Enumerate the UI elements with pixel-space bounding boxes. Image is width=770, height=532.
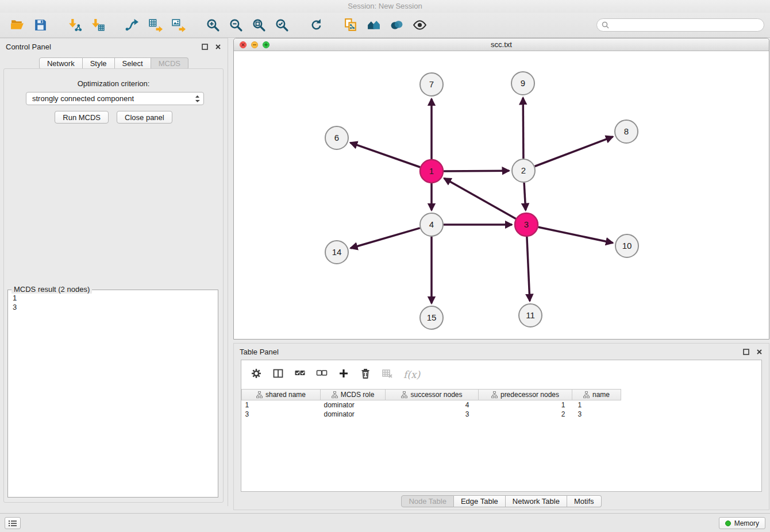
task-history-button[interactable] [5,517,21,529]
column-header-MCDS-role[interactable]: MCDS role [321,390,386,400]
search-box[interactable] [596,18,764,32]
table-cell[interactable]: 4 [386,400,479,410]
graph-node-10[interactable]: 10 [615,234,638,257]
table-toolbar: f(x) [241,360,761,389]
graph-node-9[interactable]: 9 [511,72,534,95]
column-header-name[interactable]: name [572,390,621,400]
search-input[interactable] [613,21,759,29]
export-image-button[interactable] [167,16,190,35]
apply-layout-button[interactable] [362,16,385,35]
houses-icon [367,18,381,32]
graph-node-14[interactable]: 14 [325,241,348,264]
graph-node-4[interactable]: 4 [420,213,443,236]
graph-node-2[interactable]: 2 [512,159,535,182]
graph-node-3[interactable]: 3 [515,213,538,236]
table-cell[interactable]: 1 [479,400,572,410]
memory-status-icon [725,521,731,526]
tab-network-table[interactable]: Network Table [506,495,567,507]
export-table-button[interactable] [144,16,167,35]
graph-edge-1-2[interactable] [444,171,509,171]
select-all-icon [294,368,306,379]
visual-style-button[interactable] [385,16,408,35]
attribute-icon [256,391,263,398]
table-cell[interactable]: 1 [242,400,321,410]
float-table-panel-button[interactable] [742,348,750,356]
delete-column-button[interactable] [360,368,371,381]
tab-mcds[interactable]: MCDS [151,57,188,70]
import-table-button[interactable] [86,16,109,35]
toggle-graphics-button[interactable] [408,16,431,35]
close-window-button[interactable] [240,41,247,48]
close-table-panel-button[interactable] [755,348,763,356]
graph-edge-3-11[interactable] [527,237,530,301]
close-panel-button[interactable]: Close panel [117,111,172,124]
table-cell[interactable]: dominator [321,400,386,410]
import-network-button[interactable] [63,16,86,35]
clone-network-icon [344,18,358,32]
zoom-out-button[interactable] [224,16,247,35]
graph-edge-2-9[interactable] [523,98,523,159]
float-window-icon [202,44,208,50]
tab-style[interactable]: Style [83,57,115,70]
table-cell[interactable]: 2 [479,410,572,419]
tab-node-table[interactable]: Node Table [401,495,454,507]
table-header-row: shared nameMCDS rolesuccessor nodesprede… [242,390,621,400]
column-header-successor-nodes[interactable]: successor nodes [386,390,479,400]
table-cell[interactable]: 3 [386,410,479,419]
graph-edge-4-14[interactable] [351,228,420,248]
memory-button[interactable]: Memory [719,517,765,529]
table-panel-title: Table Panel [240,348,279,356]
tab-network[interactable]: Network [39,57,83,70]
graph-node-11[interactable]: 11 [519,304,542,327]
graph-edge-3-1[interactable] [444,178,516,218]
mcds-result-text[interactable]: 1 3 [8,290,218,315]
graph-node-label: 6 [334,133,339,142]
zoom-selected-button[interactable] [270,16,293,35]
table-cell[interactable]: 1 [572,400,621,410]
function-builder-button[interactable]: f(x) [403,369,420,380]
graph-node-15[interactable]: 15 [420,306,443,329]
graph-node-1[interactable]: 1 [420,160,443,183]
table-row-1[interactable]: 1dominator411 [242,400,621,410]
window-title: Session: New Session [348,2,422,10]
float-panel-button[interactable] [201,43,209,51]
graph-edge-3-10[interactable] [538,227,613,243]
tab-select[interactable]: Select [115,57,151,70]
graph-node-6[interactable]: 6 [325,126,348,149]
tab-edge-table[interactable]: Edge Table [454,495,506,507]
deselect-all-columns-button[interactable] [316,368,328,381]
table-settings-button[interactable] [251,368,262,381]
network-canvas[interactable]: 1234678910111415 [234,51,769,339]
clone-network-button[interactable] [339,16,362,35]
graph-node-8[interactable]: 8 [615,120,638,143]
maximize-window-button[interactable] [263,41,270,48]
table-cell[interactable]: 3 [572,410,621,419]
refresh-view-button[interactable] [305,16,328,35]
tab-motifs[interactable]: Motifs [567,495,602,507]
column-header-shared-name[interactable]: shared name [242,390,321,400]
delete-table-button[interactable] [382,368,393,381]
graph-edge-2-8[interactable] [535,137,613,167]
window-titlebar[interactable]: Session: New Session [0,0,770,13]
select-all-columns-button[interactable] [294,368,306,381]
add-column-button[interactable] [338,368,349,381]
minimize-window-button[interactable] [251,41,258,48]
save-session-button[interactable] [29,16,52,35]
graph-edge-1-6[interactable] [351,142,421,167]
close-panel-x-button[interactable] [214,43,222,51]
graph-node-label: 11 [526,310,535,320]
open-file-button[interactable] [6,16,29,35]
graph-node-7[interactable]: 7 [420,73,443,96]
zoom-in-button[interactable] [201,16,224,35]
graph-edge-2-3[interactable] [524,183,526,210]
column-header-predecessor-nodes[interactable]: predecessor nodes [479,390,572,400]
table-row-2[interactable]: 3dominator323 [242,410,621,419]
split-columns-button[interactable] [272,368,284,381]
zoom-fit-button[interactable] [247,16,270,35]
export-network-button[interactable] [121,16,144,35]
criterion-select[interactable]: strongly connected component [26,92,204,105]
network-window-titlebar[interactable]: scc.txt [234,38,769,51]
table-cell[interactable]: 3 [242,410,321,419]
table-cell[interactable]: dominator [321,410,386,419]
run-mcds-button[interactable]: Run MCDS [55,111,109,124]
